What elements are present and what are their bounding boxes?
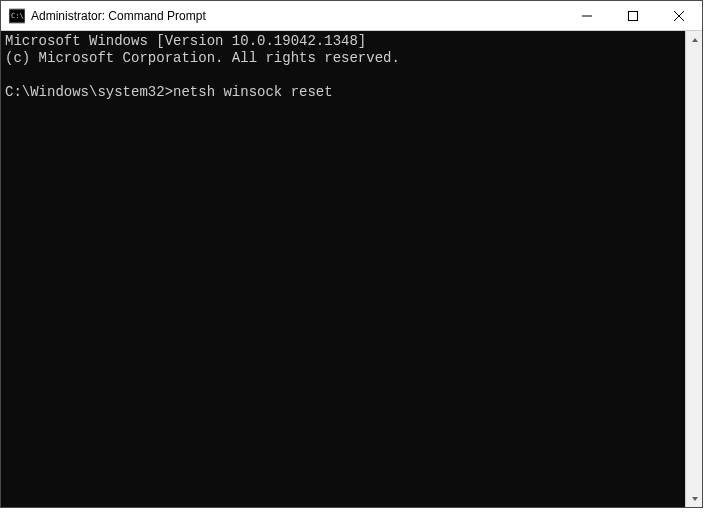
typed-command: netsh winsock reset — [173, 84, 333, 100]
client-area: Microsoft Windows [Version 10.0.19042.13… — [1, 31, 702, 507]
svg-text:C:\: C:\ — [11, 12, 24, 20]
minimize-button[interactable] — [564, 1, 610, 30]
prompt-line: C:\Windows\system32>netsh winsock reset — [5, 84, 333, 100]
titlebar[interactable]: C:\ Administrator: Command Prompt — [1, 1, 702, 31]
svg-rect-3 — [629, 11, 638, 20]
scroll-down-button[interactable] — [686, 490, 703, 507]
scroll-track[interactable] — [686, 48, 702, 490]
maximize-button[interactable] — [610, 1, 656, 30]
terminal-output[interactable]: Microsoft Windows [Version 10.0.19042.13… — [1, 31, 685, 507]
copyright-line: (c) Microsoft Corporation. All rights re… — [5, 50, 400, 66]
window-controls — [564, 1, 702, 30]
scroll-up-button[interactable] — [686, 31, 703, 48]
window-title: Administrator: Command Prompt — [31, 9, 206, 23]
version-line: Microsoft Windows [Version 10.0.19042.13… — [5, 33, 366, 49]
close-button[interactable] — [656, 1, 702, 30]
svg-marker-6 — [692, 38, 698, 42]
vertical-scrollbar[interactable] — [685, 31, 702, 507]
cmd-icon: C:\ — [9, 8, 25, 24]
command-prompt-window: C:\ Administrator: Command Prompt Micros… — [0, 0, 703, 508]
svg-marker-7 — [692, 497, 698, 501]
prompt-path: C:\Windows\system32> — [5, 84, 173, 100]
